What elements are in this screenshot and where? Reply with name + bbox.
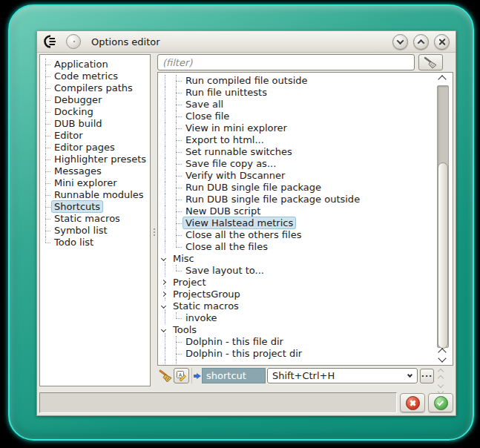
chevron-icon[interactable] — [161, 291, 166, 297]
tree-line — [45, 159, 50, 160]
scrollbar-track[interactable] — [437, 85, 449, 348]
clear-shortcut-button[interactable] — [157, 368, 174, 384]
tree-row[interactable]: Export to html... — [160, 134, 435, 146]
tree-line — [176, 164, 182, 165]
sidebar-item[interactable]: Static macros — [40, 213, 150, 225]
chevron-icon[interactable] — [161, 256, 166, 261]
tree-item-label: Export to html... — [184, 134, 266, 145]
tree-row[interactable]: Close file — [160, 111, 435, 122]
sidebar-item[interactable]: Editor pages — [40, 142, 150, 154]
sidebar-item[interactable]: Debugger — [40, 94, 150, 106]
tree-line — [165, 336, 165, 348]
chevron-icon[interactable] — [161, 303, 166, 309]
sidebar-item-label: Docking — [53, 106, 95, 117]
chevron-up-icon — [418, 39, 425, 46]
tree-row[interactable]: Tools — [160, 324, 435, 336]
sidebar-item[interactable]: Mini explorer — [40, 177, 150, 189]
unshade-button[interactable] — [413, 34, 429, 50]
window-menu-button[interactable] — [66, 34, 81, 49]
sidebar-item[interactable]: Editor — [40, 130, 150, 142]
edit-value-button[interactable]: A — [174, 368, 189, 383]
tree-item-label: Run file unittests — [184, 87, 269, 98]
tree-row[interactable]: Run DUB single file package — [160, 182, 435, 194]
titlebar[interactable]: Options editor — [37, 31, 456, 53]
sidebar-item-label: Symbol list — [53, 225, 109, 236]
sidebar-item-label: Runnable modules — [53, 189, 145, 200]
property-name-cell[interactable]: shortcut — [202, 368, 266, 383]
tree-row[interactable]: Set runnable switches — [160, 146, 435, 158]
tree-line — [45, 237, 46, 243]
cancel-button[interactable] — [400, 393, 425, 412]
more-button[interactable]: ... — [420, 369, 434, 383]
tree-row[interactable]: View Halstead metrics — [160, 217, 435, 229]
sidebar-item[interactable]: Application — [40, 59, 150, 70]
tree-item-label: Save all — [184, 99, 225, 110]
scroll-down-icon[interactable] — [438, 354, 446, 362]
cancel-icon — [406, 396, 420, 410]
tree-line — [165, 134, 165, 146]
tree-line — [165, 205, 165, 217]
tree-line — [45, 219, 50, 220]
selected-property-marker — [191, 368, 202, 383]
tree-row[interactable]: invoke — [160, 312, 435, 324]
tree-line — [176, 188, 182, 188]
sidebar-item[interactable]: Code metrics — [40, 70, 150, 82]
tree-line — [176, 312, 177, 318]
sidebar-item[interactable]: Shortcuts — [40, 201, 150, 213]
tree-row[interactable]: Run file unittests — [160, 87, 435, 99]
sidebar-item[interactable]: Todo list — [40, 237, 150, 248]
tree-row[interactable]: Save layout to... — [160, 265, 435, 277]
sidebar-item[interactable]: Messages — [40, 165, 150, 177]
tree-row[interactable]: Verify with Dscanner — [160, 170, 435, 182]
sidebar-item[interactable]: Symbol list — [40, 225, 150, 237]
tree-row[interactable]: Save file copy as... — [160, 158, 435, 170]
tree-row[interactable]: Run DUB single file package outside — [160, 194, 435, 205]
sidebar-item[interactable]: Highlighter presets — [40, 154, 150, 165]
ok-button[interactable] — [428, 393, 453, 412]
inspector-scrollbar[interactable] — [437, 368, 446, 393]
tree-row[interactable]: Project — [160, 277, 435, 289]
shade-button[interactable] — [392, 34, 408, 50]
scroll-up-icon — [438, 369, 444, 375]
filter-input[interactable] — [157, 54, 415, 70]
tree-item-label: Tools — [171, 324, 198, 335]
splitter-handle[interactable] — [152, 228, 157, 236]
clear-filter-button[interactable] — [418, 54, 443, 70]
tree-line — [45, 124, 50, 125]
tree-line — [165, 312, 165, 324]
tree-item-label: Run compiled file outside — [184, 75, 309, 86]
scroll-up-icon[interactable] — [438, 75, 446, 83]
chevron-icon[interactable] — [161, 280, 166, 285]
chevron-icon[interactable] — [161, 327, 166, 332]
tree-row[interactable]: Close all the files — [160, 241, 435, 253]
tree-row[interactable]: Close all the others files — [160, 229, 435, 241]
sidebar-item-label: Highlighter presets — [53, 154, 148, 165]
sidebar-item[interactable]: Docking — [40, 106, 150, 118]
tree-line — [45, 231, 50, 231]
tree-row[interactable]: Save all — [160, 99, 435, 111]
tree-row[interactable] — [160, 360, 435, 365]
tree-row[interactable]: Dolphin - this project dir — [160, 348, 435, 360]
tree-row[interactable]: Static macros — [160, 300, 435, 312]
shortcut-value-combobox[interactable]: Shift+Ctrl+H — [267, 368, 418, 383]
tree-row[interactable]: View in mini explorer — [160, 122, 435, 134]
broom-icon — [423, 56, 439, 69]
tree-item-label: ProjectsGroup — [171, 289, 242, 300]
tree-scrollbar[interactable] — [435, 73, 451, 365]
tree-item-label: Dolphin - this file dir — [184, 336, 285, 347]
tree-row[interactable]: ProjectsGroup — [160, 289, 435, 300]
sidebar-item[interactable]: Runnable modules — [40, 189, 150, 201]
category-list: Application Code metrics Compilers paths — [39, 54, 151, 386]
tree-row[interactable]: Misc — [160, 253, 435, 265]
tree-row[interactable]: New DUB script — [160, 205, 435, 217]
arrow-right-icon — [194, 373, 201, 379]
tree-row[interactable]: Dolphin - this file dir — [160, 336, 435, 348]
sidebar-item[interactable]: Compilers paths — [40, 82, 150, 94]
tree-line — [176, 265, 177, 271]
close-button[interactable] — [434, 34, 450, 50]
scrollbar-thumb[interactable] — [438, 162, 448, 349]
tree-line — [176, 271, 182, 271]
tree-row[interactable]: Run compiled file outside — [160, 75, 435, 87]
tree-line — [45, 171, 50, 172]
sidebar-item[interactable]: DUB build — [40, 118, 150, 130]
